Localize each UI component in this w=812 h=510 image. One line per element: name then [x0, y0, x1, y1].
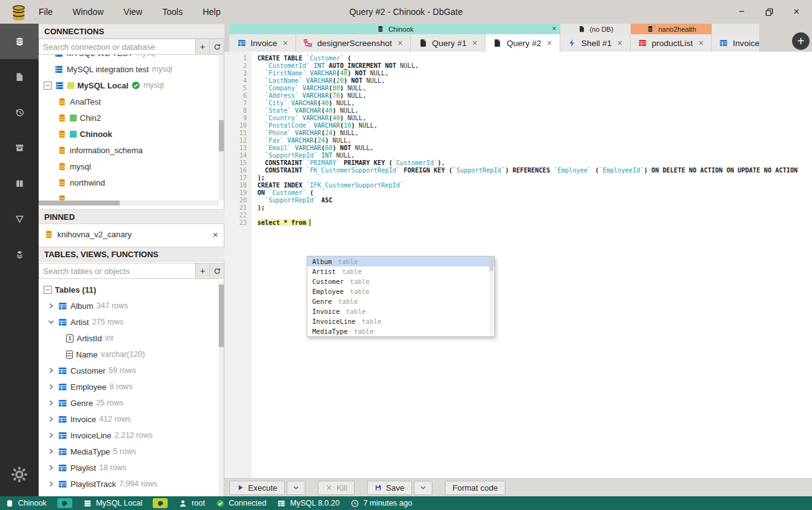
chevron-right-icon[interactable] — [47, 415, 55, 423]
new-tab-button[interactable]: + — [792, 32, 810, 50]
chevron-down-icon[interactable] — [47, 318, 55, 326]
connection-item[interactable]: information_schema — [39, 142, 219, 158]
autocomplete-item[interactable]: Albumtable — [307, 257, 494, 267]
close-group-icon[interactable]: × — [552, 24, 556, 33]
menu-window[interactable]: Window — [65, 3, 112, 21]
collapse-expander[interactable]: − — [44, 82, 52, 90]
execute-button[interactable]: Execute — [229, 481, 285, 495]
chevron-right-icon[interactable] — [47, 399, 55, 407]
collapse-expander[interactable]: − — [44, 286, 52, 294]
autocomplete-item[interactable]: Artisttable — [307, 267, 494, 276]
connection-item[interactable]: MYSQL WB TESTmysql — [39, 55, 219, 61]
chevron-right-icon[interactable] — [47, 448, 55, 455]
close-tab-icon[interactable]: × — [283, 38, 288, 48]
column-item[interactable]: 1ArtistIdint — [39, 330, 219, 346]
sql-editor[interactable]: 1234567891011121314151617181920212223 CR… — [224, 52, 812, 478]
menu-tools[interactable]: Tools — [155, 3, 190, 21]
add-table-button[interactable]: + — [196, 263, 210, 279]
rail-item-history[interactable] — [0, 95, 39, 130]
save-dropdown-button[interactable] — [414, 481, 432, 495]
chevron-right-icon[interactable] — [47, 383, 55, 390]
connections-hscrollbar-thumb[interactable] — [39, 201, 120, 205]
tab-shell-#1[interactable]: Shell #1× — [560, 34, 631, 52]
table-item[interactable]: Album347 rows — [39, 298, 219, 314]
table-item[interactable]: MediaType5 rows — [39, 443, 219, 460]
connection-item[interactable]: −MySQL Localmysql — [39, 77, 219, 93]
chevron-right-icon[interactable] — [47, 302, 55, 309]
connection-item[interactable]: mysql — [39, 158, 219, 174]
autocomplete-item[interactable]: Customertable — [307, 276, 494, 286]
column-item[interactable]: Namevarchar(120) — [39, 346, 219, 362]
rail-item-book[interactable] — [0, 166, 39, 201]
table-item[interactable]: Customer59 rows — [39, 362, 219, 379]
chevron-right-icon[interactable] — [47, 367, 55, 374]
menu-file[interactable]: File — [31, 3, 60, 21]
rail-item-database[interactable] — [0, 24, 39, 59]
table-item[interactable]: Playlist18 rows — [39, 460, 219, 476]
minimize-button[interactable]: − — [732, 2, 751, 21]
refresh-tables-button[interactable] — [210, 263, 224, 279]
line-number: 22 — [224, 212, 247, 219]
table-item[interactable]: Employee8 rows — [39, 379, 219, 395]
connections-vscrollbar-thumb[interactable] — [219, 120, 224, 151]
connection-item[interactable]: Chinook — [39, 126, 219, 142]
connection-item[interactable]: AnalTest — [39, 93, 219, 110]
autocomplete-item[interactable]: Employeetable — [307, 286, 494, 296]
tables-search-input[interactable] — [39, 263, 196, 279]
connection-item[interactable]: MySQL integration testmysql — [39, 61, 219, 77]
menu-view[interactable]: View — [116, 3, 150, 21]
close-button[interactable]: × — [787, 2, 806, 21]
pinned-close-icon[interactable]: × — [213, 229, 218, 240]
tab-query-#2[interactable]: Query #2× — [485, 34, 560, 52]
add-connection-button[interactable]: + — [196, 39, 210, 55]
table-rowcount: 8 rows — [110, 382, 133, 391]
autocomplete-item[interactable]: Genretable — [307, 296, 494, 306]
status-label: 7 minutes ago — [363, 499, 413, 508]
chevron-right-icon[interactable] — [47, 432, 55, 439]
close-tab-icon[interactable]: × — [547, 38, 552, 48]
tab-designerscreenshot[interactable]: designerScreenshot× — [296, 34, 411, 52]
rail-item-layers[interactable] — [0, 237, 39, 272]
tab-invoice[interactable]: Invoice× — [229, 34, 296, 52]
table-item[interactable]: Genre25 rows — [39, 395, 219, 411]
tables-root-item[interactable]: −Tables (11) — [39, 281, 219, 298]
settings-gear-icon[interactable] — [0, 459, 39, 490]
dborange-icon — [57, 178, 67, 187]
close-tab-icon[interactable]: × — [617, 38, 622, 48]
connection-item[interactable]: northwind — [39, 174, 219, 191]
autocomplete-item[interactable]: MediaTypetable — [307, 326, 494, 336]
chevron-right-icon[interactable] — [47, 464, 55, 471]
connection-item[interactable]: Chin2 — [39, 110, 219, 126]
rail-item-file[interactable] — [0, 59, 39, 95]
rail-item-triangle[interactable] — [0, 201, 39, 237]
format-code-button[interactable]: Format code — [445, 481, 505, 495]
close-tab-icon[interactable]: × — [699, 38, 704, 48]
autocomplete-item[interactable]: Invoicetable — [307, 306, 494, 316]
close-tab-icon[interactable]: × — [472, 38, 477, 48]
tab-productlist[interactable]: productList× — [631, 34, 712, 52]
tab-invoice[interactable]: Invoice — [712, 34, 759, 52]
refresh-connections-button[interactable] — [210, 39, 224, 55]
tables-vscrollbar-thumb[interactable] — [219, 285, 224, 347]
restore-button[interactable] — [760, 2, 778, 21]
tab-query-#1[interactable]: Query #1× — [411, 34, 485, 52]
menu-help[interactable]: Help — [195, 3, 228, 21]
code-line: `Fax` VARCHAR(24) NULL, — [257, 137, 812, 144]
left-icon-rail — [0, 24, 39, 496]
autocomplete-scrollbar-thumb[interactable] — [489, 257, 494, 271]
table-item[interactable]: Artist275 rows — [39, 314, 219, 330]
rail-item-archive[interactable] — [0, 130, 39, 166]
line-number: 19 — [224, 189, 247, 197]
connections-search-input[interactable] — [39, 39, 196, 55]
code-token — [257, 122, 265, 129]
close-tab-icon[interactable]: × — [398, 38, 403, 48]
table-item[interactable]: Invoice412 rows — [39, 411, 219, 427]
table-item[interactable]: PlaylistTrack7,994 rows — [39, 476, 219, 492]
connection-item[interactable] — [39, 191, 219, 201]
pinned-item[interactable]: knihovna_v2_canary× — [39, 225, 224, 243]
save-button[interactable]: Save — [367, 481, 412, 495]
table-item[interactable]: InvoiceLine2,212 rows — [39, 427, 219, 443]
chevron-right-icon[interactable] — [47, 480, 55, 488]
execute-dropdown-button[interactable] — [287, 481, 305, 495]
autocomplete-item[interactable]: InvoiceLinetable — [307, 316, 494, 326]
